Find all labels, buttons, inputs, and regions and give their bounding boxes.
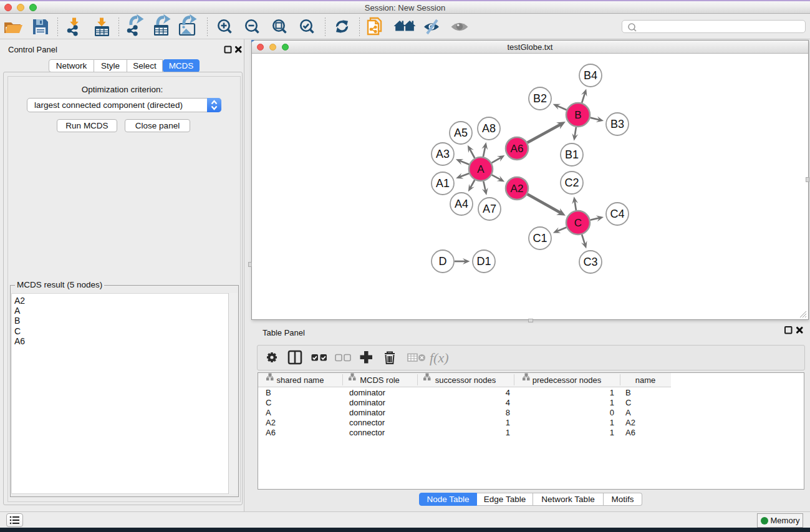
svg-text:C1: C1: [533, 232, 547, 244]
svg-text:C3: C3: [583, 256, 597, 268]
svg-text:A3: A3: [436, 148, 450, 160]
svg-text:C2: C2: [564, 177, 579, 189]
svg-text:C4: C4: [610, 208, 624, 220]
svg-text:B4: B4: [584, 69, 597, 82]
svg-text:B: B: [574, 109, 581, 121]
svg-text:D: D: [439, 255, 447, 268]
svg-text:A2: A2: [511, 183, 524, 195]
svg-text:B1: B1: [565, 148, 579, 161]
svg-text:A5: A5: [454, 127, 468, 139]
svg-text:D1: D1: [476, 255, 491, 268]
svg-text:A6: A6: [511, 143, 524, 155]
svg-text:A4: A4: [455, 198, 468, 210]
svg-text:B2: B2: [533, 92, 547, 105]
svg-text:A8: A8: [482, 122, 496, 135]
svg-text:A1: A1: [436, 177, 450, 190]
svg-text:A7: A7: [483, 203, 496, 215]
svg-text:f(x): f(x): [430, 350, 449, 365]
svg-text:A: A: [477, 163, 485, 175]
svg-text:B3: B3: [610, 118, 624, 130]
svg-text:C: C: [574, 217, 582, 229]
